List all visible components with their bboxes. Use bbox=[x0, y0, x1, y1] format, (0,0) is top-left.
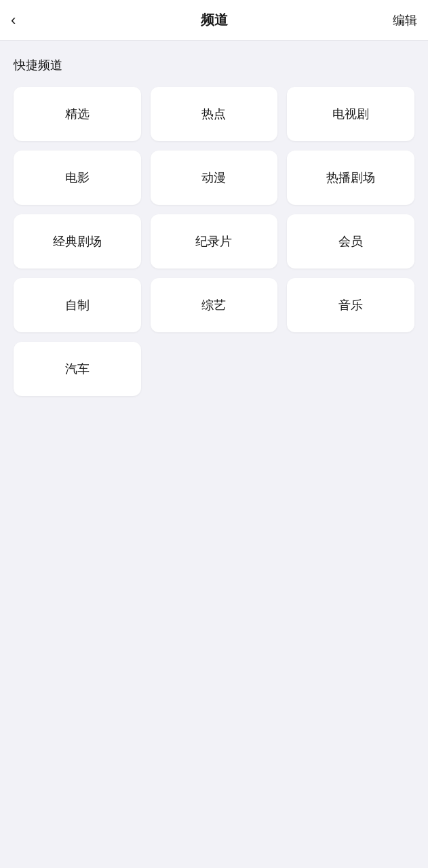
channel-item-jingdianjuchang[interactable]: 经典剧场 bbox=[14, 214, 141, 269]
channel-item-zongyi[interactable]: 综艺 bbox=[151, 278, 278, 332]
app-header: ‹ 频道 编辑 bbox=[0, 0, 428, 41]
channel-item-dongman[interactable]: 动漫 bbox=[151, 151, 278, 205]
edit-button[interactable]: 编辑 bbox=[376, 12, 417, 28]
channel-item-redian[interactable]: 热点 bbox=[151, 87, 278, 141]
back-button[interactable]: ‹ bbox=[11, 12, 52, 29]
channel-grid: 精选热点电视剧电影动漫热播剧场经典剧场纪录片会员自制综艺音乐汽车 bbox=[14, 87, 414, 396]
main-content: 快捷频道 精选热点电视剧电影动漫热播剧场经典剧场纪录片会员自制综艺音乐汽车 bbox=[0, 41, 428, 412]
channel-item-yinyue[interactable]: 音乐 bbox=[287, 278, 414, 332]
channel-item-zizhi[interactable]: 自制 bbox=[14, 278, 141, 332]
channel-item-dianying[interactable]: 电影 bbox=[14, 151, 141, 205]
back-icon: ‹ bbox=[11, 12, 16, 29]
channel-item-rebojuchang[interactable]: 热播剧场 bbox=[287, 151, 414, 205]
page-title: 频道 bbox=[52, 11, 376, 29]
channel-item-dianjuju[interactable]: 电视剧 bbox=[287, 87, 414, 141]
channel-item-jingxuan[interactable]: 精选 bbox=[14, 87, 141, 141]
section-title: 快捷频道 bbox=[14, 57, 414, 73]
channel-item-huiyuan[interactable]: 会员 bbox=[287, 214, 414, 269]
channel-item-jilupian[interactable]: 纪录片 bbox=[151, 214, 278, 269]
channel-item-qiche[interactable]: 汽车 bbox=[14, 342, 141, 396]
